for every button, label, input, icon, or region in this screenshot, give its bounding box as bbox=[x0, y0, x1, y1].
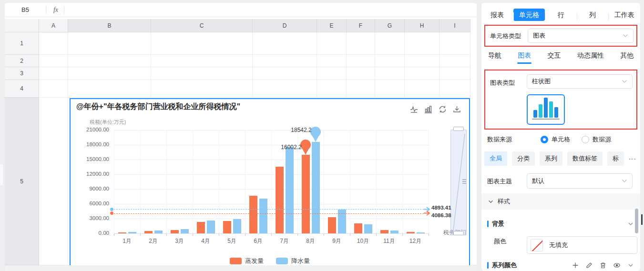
grid-cell[interactable] bbox=[347, 32, 375, 55]
grid-cell[interactable] bbox=[68, 80, 151, 98]
setting-tab-标[interactable]: 标 bbox=[607, 151, 624, 166]
column-header-F[interactable]: F bbox=[347, 19, 375, 32]
series-color-section-header[interactable]: 系列颜色 bbox=[487, 261, 634, 270]
bar-蒸发量-12月[interactable] bbox=[407, 232, 415, 233]
grid-cell[interactable] bbox=[440, 55, 470, 67]
bar-降水量-3月[interactable] bbox=[181, 229, 189, 233]
grid-cell[interactable] bbox=[68, 67, 151, 80]
bar-降水量-8月[interactable] bbox=[312, 142, 320, 233]
sub-tab-导航[interactable]: 导航 bbox=[488, 51, 501, 64]
column-chart-thumbnail[interactable] bbox=[527, 94, 565, 125]
grid-cell[interactable] bbox=[39, 55, 68, 67]
zoom-grip-icon[interactable] bbox=[462, 179, 466, 180]
grid-cell[interactable] bbox=[375, 67, 405, 80]
row-header-2[interactable]: 2 bbox=[5, 55, 39, 67]
background-section-header[interactable]: 背景 bbox=[487, 220, 634, 228]
setting-tab-数值标签[interactable]: 数值标签 bbox=[567, 151, 603, 166]
bar-蒸发量-3月[interactable] bbox=[171, 230, 179, 233]
zoom-grip-icon[interactable] bbox=[462, 181, 466, 182]
bar-蒸发量-1月[interactable] bbox=[118, 232, 126, 233]
legend-item-降水量[interactable]: 降水量 bbox=[276, 257, 310, 265]
cell-type-select[interactable]: 图表 bbox=[528, 29, 634, 43]
bar-蒸发量-9月[interactable] bbox=[328, 217, 336, 233]
grid-cell[interactable] bbox=[253, 67, 317, 80]
line-chart-icon[interactable] bbox=[409, 105, 419, 114]
row-header-5[interactable]: 5 bbox=[5, 98, 39, 265]
bar-降水量-4月[interactable] bbox=[207, 221, 215, 233]
grid-cell[interactable] bbox=[440, 67, 470, 80]
column-header-H[interactable]: H bbox=[405, 19, 440, 32]
bar-降水量-10月[interactable] bbox=[364, 224, 372, 233]
legend-item-蒸发量[interactable]: 蒸发量 bbox=[230, 257, 264, 265]
radio-cell[interactable]: 单元格 bbox=[541, 135, 570, 144]
grid-cell[interactable] bbox=[151, 55, 253, 67]
horizontal-scrollbar[interactable] bbox=[5, 265, 477, 271]
chevron-down-icon[interactable] bbox=[627, 261, 634, 269]
visibility-icon[interactable] bbox=[613, 261, 621, 269]
sub-tab-图表[interactable]: 图表 bbox=[518, 51, 531, 64]
grid-cell[interactable] bbox=[39, 80, 68, 98]
grid-cell[interactable] bbox=[68, 32, 151, 55]
sub-tab-交互[interactable]: 交互 bbox=[548, 51, 561, 64]
column-header-D[interactable]: D bbox=[253, 19, 317, 32]
grid-cell[interactable] bbox=[405, 32, 440, 55]
column-header-E[interactable]: E bbox=[317, 19, 347, 32]
more-tabs-icon[interactable]: ··· bbox=[629, 155, 636, 162]
grid-cell[interactable] bbox=[347, 80, 375, 98]
grid-cell[interactable] bbox=[317, 80, 347, 98]
add-icon[interactable] bbox=[572, 261, 579, 269]
bar-降水量-1月[interactable] bbox=[128, 232, 136, 233]
chevron-down-icon[interactable] bbox=[627, 220, 634, 228]
grid-cell[interactable] bbox=[440, 32, 470, 55]
grid-cell[interactable] bbox=[317, 67, 347, 80]
grid-cell[interactable] bbox=[68, 55, 151, 67]
panel-scrollbar-thumb[interactable] bbox=[635, 209, 638, 233]
bar-蒸发量-5月[interactable] bbox=[223, 221, 231, 233]
grid-cell[interactable] bbox=[151, 32, 253, 55]
bar-蒸发量-6月[interactable] bbox=[249, 196, 257, 233]
setting-tab-全局[interactable]: 全局 bbox=[484, 151, 507, 166]
sub-tab-动态属性[interactable]: 动态属性 bbox=[577, 51, 604, 64]
bar-降水量-12月[interactable] bbox=[417, 232, 425, 233]
grid-cell[interactable] bbox=[405, 55, 440, 67]
style-section-header[interactable]: 样式 bbox=[481, 193, 640, 210]
panel-tab-报表[interactable]: 报表 bbox=[481, 11, 513, 20]
panel-tab-列[interactable]: 列 bbox=[577, 11, 609, 20]
bar-蒸发量-11月[interactable] bbox=[380, 230, 388, 233]
bar-chart-icon[interactable] bbox=[424, 105, 433, 114]
grid-cell[interactable] bbox=[405, 80, 440, 98]
zoom-handle-top[interactable] bbox=[453, 127, 464, 131]
bar-降水量-11月[interactable] bbox=[390, 231, 399, 233]
setting-tab-系列[interactable]: 系列 bbox=[540, 151, 562, 166]
data-zoom-slider[interactable] bbox=[450, 130, 467, 235]
grid-cell[interactable] bbox=[253, 32, 317, 55]
bar-蒸发量-10月[interactable] bbox=[354, 223, 362, 233]
row-header-3[interactable]: 3 bbox=[5, 67, 39, 80]
row-header-4[interactable]: 4 bbox=[5, 80, 39, 98]
chart-type-select[interactable]: 柱状图 bbox=[527, 74, 633, 89]
theme-select[interactable]: 默认 bbox=[527, 173, 633, 189]
zoom-grip-icon[interactable] bbox=[462, 183, 466, 184]
bar-降水量-7月[interactable] bbox=[286, 147, 294, 233]
column-header-A[interactable]: A bbox=[39, 19, 68, 32]
edit-icon[interactable] bbox=[585, 261, 593, 269]
grid-cell[interactable] bbox=[253, 55, 317, 67]
grid-cell[interactable] bbox=[375, 80, 405, 98]
refresh-icon[interactable] bbox=[438, 105, 447, 114]
grid-cell[interactable] bbox=[440, 80, 470, 98]
grid-cell[interactable] bbox=[151, 67, 253, 80]
grid-cell[interactable] bbox=[317, 32, 347, 55]
panel-tab-工作表[interactable]: 工作表 bbox=[608, 11, 640, 20]
grid-cell[interactable] bbox=[253, 80, 317, 98]
grid-cell[interactable] bbox=[375, 32, 405, 55]
bar-蒸发量-8月[interactable] bbox=[302, 155, 310, 233]
grid-cell[interactable] bbox=[39, 98, 68, 265]
zoom-handle-bottom[interactable] bbox=[453, 231, 464, 235]
formula-input[interactable] bbox=[66, 3, 476, 17]
sub-tab-其他[interactable]: 其他 bbox=[620, 51, 634, 64]
grid-cell[interactable] bbox=[347, 67, 375, 80]
bar-降水量-2月[interactable] bbox=[154, 231, 163, 233]
column-header-G[interactable]: G bbox=[375, 19, 405, 32]
panel-tab-行[interactable]: 行 bbox=[545, 11, 577, 20]
grid-cell[interactable] bbox=[405, 67, 440, 80]
